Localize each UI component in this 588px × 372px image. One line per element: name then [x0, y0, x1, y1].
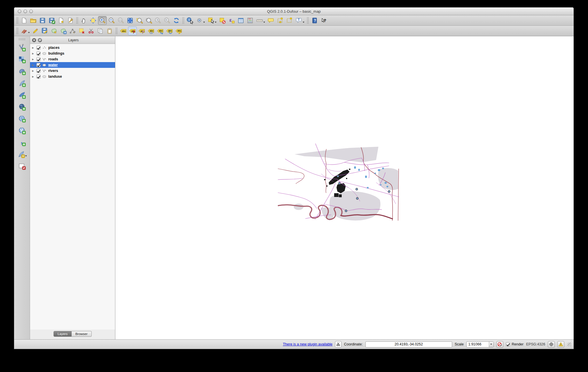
change-label-button[interactable]: abc — [174, 27, 183, 35]
layer-name[interactable]: roads — [48, 57, 58, 61]
current-edits-button[interactable] — [20, 27, 31, 35]
panel-float-button[interactable] — [38, 38, 42, 42]
open-attribute-table-button[interactable] — [236, 16, 245, 25]
new-shapefile-layer-button[interactable] — [18, 162, 26, 170]
messages-button[interactable] — [557, 341, 564, 348]
zoom-full-button[interactable] — [126, 16, 134, 25]
add-postgis-layer-button[interactable] — [18, 67, 26, 76]
expander-icon[interactable]: ▶ — [32, 75, 35, 78]
select-features-button[interactable] — [206, 16, 217, 25]
expander-icon[interactable]: ▶ — [32, 70, 35, 72]
labeling-options-button[interactable]: abc — [119, 27, 127, 35]
toolbar-handle[interactable] — [16, 17, 18, 24]
layer-name[interactable]: water — [48, 63, 58, 67]
toolbar-handle[interactable] — [19, 38, 25, 40]
copy-features-button[interactable] — [96, 27, 105, 35]
delete-selected-button[interactable] — [77, 27, 86, 35]
add-wfs-layer-button[interactable] — [18, 126, 26, 135]
zoom-to-selection-button[interactable] — [135, 16, 144, 25]
node-tool-button[interactable] — [68, 27, 77, 35]
add-wms-layer-button[interactable] — [18, 114, 26, 123]
paste-features-button[interactable] — [105, 27, 114, 35]
toolbar-handle[interactable] — [16, 27, 18, 34]
save-project-as-button[interactable] — [47, 16, 56, 25]
layer-row-places[interactable]: ▶ places — [30, 45, 115, 51]
resize-grip[interactable] — [567, 343, 571, 346]
deselect-all-button[interactable] — [218, 16, 227, 25]
minimize-window-button[interactable] — [23, 10, 27, 13]
run-feature-action-button[interactable] — [195, 16, 206, 25]
measure-line-button[interactable] — [255, 16, 266, 25]
toolbar-handle[interactable] — [182, 17, 184, 24]
render-checkbox[interactable] — [506, 342, 510, 346]
zoom-out-button[interactable] — [107, 16, 116, 25]
close-window-button[interactable] — [18, 10, 21, 13]
plugin-available-link[interactable]: There is a new plugin available — [283, 342, 332, 346]
add-spatialite-layer-button[interactable] — [18, 79, 26, 88]
pan-to-selection-button[interactable] — [89, 16, 97, 25]
save-layer-edits-button[interactable] — [40, 27, 49, 35]
add-feature-button[interactable] — [50, 27, 58, 35]
highlight-pinned-labels-button[interactable]: ab — [137, 27, 146, 35]
new-spatialite-layer-button[interactable] — [16, 150, 27, 159]
new-bookmark-button[interactable] — [276, 16, 284, 25]
layer-name[interactable]: places — [48, 46, 60, 50]
zoom-last-button[interactable] — [154, 16, 162, 25]
toggle-editing-button[interactable] — [31, 27, 40, 35]
rotate-label-button[interactable]: abc — [165, 27, 174, 35]
add-oracle-layer-button[interactable] — [18, 103, 26, 111]
add-raster-layer-button[interactable] — [18, 55, 26, 64]
expander-icon[interactable]: ▶ — [32, 46, 35, 49]
composer-manager-button[interactable] — [66, 16, 75, 25]
field-calculator-button[interactable] — [246, 16, 254, 25]
layer-visibility-checkbox[interactable] — [36, 57, 40, 61]
help-contents-button[interactable]: ? — [310, 16, 319, 25]
zoom-next-button[interactable] — [163, 16, 171, 25]
stop-rendering-button[interactable] — [496, 341, 503, 348]
move-feature-button[interactable] — [59, 27, 68, 35]
layer-visibility-checkbox[interactable] — [36, 75, 40, 79]
layer-visibility-checkbox[interactable] — [36, 46, 40, 50]
tab-browser[interactable]: Browser — [72, 331, 92, 337]
layer-row-landuse[interactable]: ▶ landuse — [30, 74, 115, 79]
panel-close-button[interactable] — [32, 38, 36, 42]
add-vector-layer-button[interactable] — [18, 43, 26, 52]
zoom-to-layer-button[interactable] — [144, 16, 153, 25]
pin-unpin-labels-button[interactable]: ab — [128, 27, 137, 35]
scale-dropdown-button[interactable] — [489, 342, 493, 347]
text-annotation-button[interactable]: T — [294, 16, 305, 25]
layer-name[interactable]: landuse — [48, 75, 62, 79]
new-print-composer-button[interactable] — [57, 16, 65, 25]
layer-visibility-checkbox[interactable] — [36, 51, 40, 55]
title-bar[interactable]: QGIS 2.0.1-Dufour – basic_map — [14, 8, 574, 15]
map-tips-button[interactable] — [267, 16, 275, 25]
layer-row-rivers[interactable]: ▶ rivers — [30, 68, 115, 74]
open-project-button[interactable] — [29, 16, 38, 25]
show-bookmarks-button[interactable] — [285, 16, 294, 25]
tab-layers[interactable]: Layers — [53, 331, 72, 337]
add-mssql-layer-button[interactable] — [18, 91, 26, 99]
map-canvas[interactable] — [115, 36, 574, 339]
zoom-window-button[interactable] — [29, 10, 33, 13]
select-by-expression-button[interactable]: ε — [227, 16, 236, 25]
pan-map-button[interactable] — [79, 16, 88, 25]
move-label-button[interactable]: abc — [156, 27, 164, 35]
add-delimited-text-layer-button[interactable]: , — [18, 138, 26, 147]
toolbar-handle[interactable] — [307, 17, 309, 24]
expander-icon[interactable]: ▶ — [32, 58, 35, 61]
toolbar-handle[interactable] — [76, 17, 78, 24]
plugin-indicator-button[interactable] — [335, 341, 341, 347]
save-project-button[interactable] — [38, 16, 47, 25]
identify-features-button[interactable]: i — [186, 16, 194, 25]
layer-name[interactable]: rivers — [48, 69, 58, 73]
toolbar-handle[interactable] — [115, 27, 117, 34]
layer-row-roads[interactable]: ▶ roads — [30, 56, 115, 62]
expander-icon[interactable]: ▶ — [32, 52, 35, 55]
whats-this-button[interactable]: ? — [319, 16, 328, 25]
layer-visibility-checkbox[interactable] — [36, 69, 40, 73]
zoom-in-button[interactable] — [98, 16, 107, 25]
layer-name[interactable]: buildings — [48, 51, 64, 55]
show-hide-labels-button[interactable]: abc — [147, 27, 155, 35]
cut-features-button[interactable] — [87, 27, 95, 35]
expander-icon[interactable]: ▶ — [32, 64, 35, 66]
